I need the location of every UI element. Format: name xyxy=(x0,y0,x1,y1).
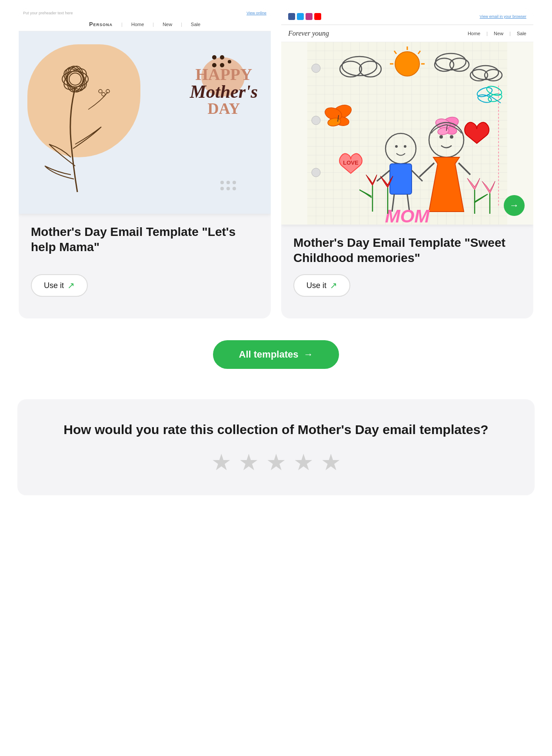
svg-point-109 xyxy=(450,135,453,139)
forever-nav-sale[interactable]: Sale xyxy=(517,31,526,36)
star-2[interactable]: ★ xyxy=(239,451,259,474)
svg-point-10 xyxy=(212,55,216,60)
card2-title: Mother's Day Email Template "Sweet Child… xyxy=(293,235,521,265)
svg-point-16 xyxy=(226,181,230,184)
rating-section: How would you rate this collection of Mo… xyxy=(17,399,535,495)
template-card-sweet-childhood: View email in your browser Forever young… xyxy=(281,9,533,318)
card1-day-text: DAY xyxy=(190,101,258,116)
social-icons-row xyxy=(288,13,321,20)
svg-point-15 xyxy=(220,181,224,184)
forever-nav: Home | New | Sale xyxy=(468,31,526,36)
email-preheader-1: Put your preheader text here View online xyxy=(19,9,271,17)
use-it-button-2[interactable]: Use it ↗ xyxy=(293,274,350,297)
svg-point-67 xyxy=(395,52,419,76)
forever-young-navbar: Forever young Home | New | Sale xyxy=(281,25,533,42)
svg-point-9 xyxy=(99,90,102,93)
use-it-label-2: Use it xyxy=(306,281,326,290)
card1-illustration: HAPPY Mother's DAY xyxy=(19,31,271,214)
external-link-icon-1: ↗ xyxy=(67,280,75,291)
svg-text:MOM: MOM xyxy=(385,206,430,225)
stars-row: ★ ★ ★ ★ ★ xyxy=(35,451,517,474)
card2-info: Mother's Day Email Template "Sweet Child… xyxy=(281,235,533,305)
email-navbar-1: Persona | Home | New | Sale xyxy=(19,17,271,31)
forever-young-topbar: View email in your browser xyxy=(281,9,533,25)
svg-point-11 xyxy=(220,55,224,60)
view-email-link[interactable]: View email in your browser xyxy=(480,14,526,19)
view-online-link[interactable]: View online xyxy=(246,11,266,15)
svg-point-65 xyxy=(312,116,320,125)
svg-text:LOVE: LOVE xyxy=(343,159,359,166)
forever-nav-home[interactable]: Home xyxy=(468,31,480,36)
svg-point-20 xyxy=(233,187,236,190)
email-preview-2: View email in your browser Forever young… xyxy=(281,9,533,225)
star-1[interactable]: ★ xyxy=(211,451,232,474)
template-card-lets-help-mama: Put your preheader text here View online… xyxy=(19,9,271,318)
star-3[interactable]: ★ xyxy=(266,451,286,474)
svg-point-66 xyxy=(312,168,320,177)
card2-drawing-svg: LOVE xyxy=(281,42,533,225)
email-preview-1: Put your preheader text here View online… xyxy=(19,9,271,214)
star-5[interactable]: ★ xyxy=(321,451,341,474)
card1-happy-text: HAPPY xyxy=(190,66,258,83)
svg-point-14 xyxy=(228,60,231,63)
facebook-icon xyxy=(288,13,295,20)
svg-point-101 xyxy=(404,145,406,148)
card1-text-area: HAPPY Mother's DAY xyxy=(190,66,258,116)
flower-illustration xyxy=(32,44,123,201)
main-container: Put your preheader text here View online… xyxy=(0,0,552,521)
svg-point-7 xyxy=(102,93,105,96)
nav-home-1[interactable]: Home xyxy=(131,22,144,27)
svg-point-3 xyxy=(62,71,88,87)
forever-nav-new[interactable]: New xyxy=(494,31,503,36)
youtube-icon xyxy=(314,13,321,20)
svg-point-17 xyxy=(233,181,236,184)
all-templates-button[interactable]: All templates → xyxy=(213,340,339,369)
brand-persona: Persona xyxy=(89,21,113,27)
card2-illustration: LOVE xyxy=(281,42,533,225)
svg-point-6 xyxy=(69,73,81,85)
instagram-icon xyxy=(306,13,313,20)
dots-bottom xyxy=(219,179,245,196)
svg-point-18 xyxy=(220,187,224,190)
card1-info: Mother's Day Email Template "Let's help … xyxy=(19,224,271,305)
all-templates-label: All templates xyxy=(239,349,299,360)
rating-title: How would you rate this collection of Mo… xyxy=(35,421,517,438)
nav-new-1[interactable]: New xyxy=(163,22,172,27)
brand-forever-young: Forever young xyxy=(288,30,329,37)
nav-sale-1[interactable]: Sale xyxy=(191,22,200,27)
use-it-label-1: Use it xyxy=(44,281,64,290)
all-templates-arrow: → xyxy=(303,349,313,360)
svg-point-64 xyxy=(312,64,320,73)
card1-mothers-text: Mother's xyxy=(190,83,258,101)
external-link-icon-2: ↗ xyxy=(330,280,337,291)
next-arrow-button[interactable]: → xyxy=(504,195,525,216)
svg-point-108 xyxy=(439,135,443,139)
svg-point-100 xyxy=(395,145,398,148)
cards-row: Put your preheader text here View online… xyxy=(9,9,543,318)
use-it-button-1[interactable]: Use it ↗ xyxy=(31,274,88,297)
svg-rect-102 xyxy=(390,164,412,194)
card1-title: Mother's Day Email Template "Let's help … xyxy=(31,224,259,255)
preheader-text: Put your preheader text here xyxy=(23,11,73,15)
star-4[interactable]: ★ xyxy=(293,451,314,474)
twitter-icon xyxy=(297,13,304,20)
svg-point-19 xyxy=(226,187,230,190)
all-templates-row: All templates → xyxy=(9,340,543,369)
svg-point-0 xyxy=(62,64,88,94)
